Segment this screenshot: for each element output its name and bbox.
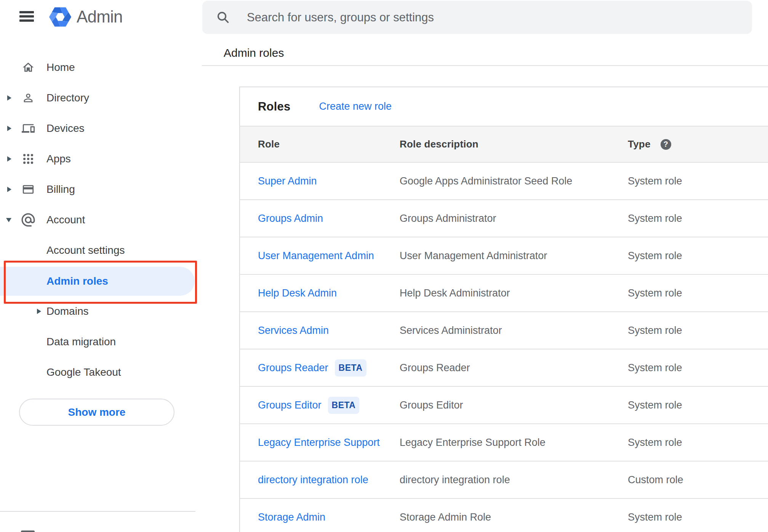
role-type: System role	[628, 287, 682, 299]
beta-badge: BETA	[328, 397, 360, 414]
sidebar-item-label: Billing	[46, 174, 75, 205]
role-type: System role	[628, 511, 682, 523]
page-title: Admin roles	[224, 46, 284, 59]
sidebar-item-home[interactable]: Home	[0, 52, 202, 83]
role-description: directory integration role	[400, 474, 510, 486]
credit-card-icon	[22, 183, 35, 196]
role-type: Custom role	[628, 474, 683, 486]
card-header: Roles Create new role	[240, 87, 768, 126]
role-type: System role	[628, 362, 682, 374]
show-more-button[interactable]: Show more	[19, 399, 174, 426]
title-divider	[202, 65, 768, 66]
sidebar-item-directory[interactable]: Directory	[0, 83, 202, 113]
role-description: Legacy Enterprise Support Role	[400, 437, 546, 448]
table-row: Storage Admin Storage Admin Role System …	[240, 499, 768, 532]
table-row: Groups Admin Groups Administrator System…	[240, 200, 768, 237]
role-type: System role	[628, 175, 682, 187]
role-link[interactable]: Legacy Enterprise Support	[258, 437, 380, 449]
expand-arrow-icon[interactable]	[37, 309, 41, 314]
role-link[interactable]: Services Admin	[258, 325, 329, 337]
sidebar-item-google-takeout[interactable]: Google Takeout	[0, 357, 202, 388]
role-type: System role	[628, 437, 682, 449]
role-description: Groups Reader	[400, 362, 470, 373]
table-row: Super Admin Google Apps Administrator Se…	[240, 163, 768, 200]
sidebar-item-domains[interactable]: Domains	[0, 296, 202, 327]
role-link[interactable]: Groups Reader	[258, 362, 328, 374]
sidebar-item-account[interactable]: Account	[0, 205, 202, 235]
sidebar-item-admin-roles[interactable]: Admin roles	[0, 266, 202, 296]
devices-icon	[22, 122, 35, 135]
sidebar-item-label: Data migration	[46, 327, 116, 357]
create-new-role-link[interactable]: Create new role	[319, 101, 392, 112]
sidebar-item-label: Google Takeout	[46, 357, 121, 388]
role-link[interactable]: Super Admin	[258, 175, 317, 187]
product-title: Admin	[77, 5, 123, 28]
sidebar-item-label: Domains	[46, 296, 88, 327]
role-description: Services Administrator	[400, 325, 502, 336]
sidebar-item-label: Account	[46, 205, 85, 235]
search-bar[interactable]	[202, 1, 752, 34]
table-row: Help Desk Admin Help Desk Administrator …	[240, 275, 768, 312]
sidebar-item-label: Directory	[46, 83, 89, 113]
google-admin-logo-icon	[48, 6, 72, 27]
sidebar-item-label: Account settings	[46, 235, 125, 266]
role-link[interactable]: Groups Editor	[258, 399, 322, 411]
role-link[interactable]: Storage Admin	[258, 511, 325, 523]
role-link[interactable]: Groups Admin	[258, 213, 323, 224]
table-row: directory integration role directory int…	[240, 461, 768, 499]
expand-arrow-icon[interactable]	[7, 187, 11, 192]
table-row: Groups Reader BETA Groups Reader System …	[240, 349, 768, 387]
card-title: Roles	[258, 100, 290, 114]
search-input[interactable]	[247, 1, 742, 34]
expand-arrow-icon[interactable]	[7, 126, 11, 131]
beta-badge: BETA	[335, 359, 366, 377]
sidebar-item-billing[interactable]: Billing	[0, 174, 202, 205]
role-type: System role	[628, 250, 682, 262]
sidebar-item-account-settings[interactable]: Account settings	[0, 235, 202, 266]
role-description: User Management Administrator	[400, 250, 547, 261]
table-row: User Management Admin User Management Ad…	[240, 237, 768, 275]
roles-card: Roles Create new role Role Role descript…	[239, 87, 768, 532]
column-header-role: Role	[240, 138, 400, 150]
person-icon	[22, 91, 35, 104]
table-header-row: Role Role description Type ?	[240, 126, 768, 163]
expand-arrow-icon[interactable]	[7, 95, 11, 101]
role-type: System role	[628, 325, 682, 337]
search-icon	[216, 10, 230, 24]
column-header-type: Type	[628, 138, 651, 150]
apps-grid-icon	[22, 152, 35, 165]
role-link[interactable]: User Management Admin	[258, 250, 374, 262]
top-app-bar: Admin	[0, 0, 202, 34]
home-icon	[22, 61, 35, 74]
sidebar-item-label: Devices	[46, 113, 85, 144]
collapse-arrow-icon[interactable]	[6, 218, 11, 222]
role-link[interactable]: directory integration role	[258, 474, 368, 486]
sidebar-item-data-migration[interactable]: Data migration	[0, 327, 202, 357]
role-description: Storage Admin Role	[400, 511, 491, 523]
clipped-sidebar-icon	[21, 530, 35, 532]
role-description: Groups Administrator	[400, 213, 496, 224]
at-sign-icon	[20, 212, 36, 228]
sidebar-navigation: Home Directory Devices Apps Billin	[0, 34, 202, 532]
column-header-role-description: Role description	[400, 138, 628, 150]
help-icon[interactable]: ?	[661, 139, 671, 150]
sidebar-item-apps[interactable]: Apps	[0, 144, 202, 174]
role-type: System role	[628, 213, 682, 224]
hamburger-menu-icon[interactable]	[19, 11, 34, 22]
sidebar-item-devices[interactable]: Devices	[0, 113, 202, 144]
table-row: Services Admin Services Administrator Sy…	[240, 312, 768, 349]
role-link[interactable]: Help Desk Admin	[258, 287, 337, 299]
role-type: System role	[628, 399, 682, 411]
table-row: Legacy Enterprise Support Legacy Enterpr…	[240, 424, 768, 461]
role-description: Google Apps Administrator Seed Role	[400, 175, 572, 187]
role-description: Groups Editor	[400, 399, 463, 411]
sidebar-item-label: Admin roles	[46, 266, 108, 296]
sidebar-bottom-divider	[0, 511, 195, 512]
role-description: Help Desk Administrator	[400, 287, 510, 299]
sidebar-item-label: Apps	[46, 144, 71, 174]
table-row: Groups Editor BETA Groups Editor System …	[240, 387, 768, 424]
sidebar-item-label: Home	[46, 52, 75, 83]
expand-arrow-icon[interactable]	[7, 156, 11, 162]
